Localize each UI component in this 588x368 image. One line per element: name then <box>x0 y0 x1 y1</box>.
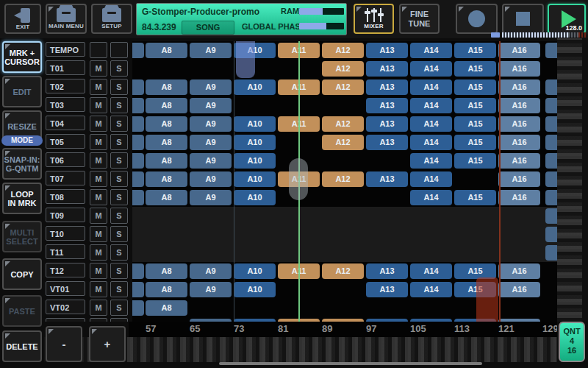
pattern-cell-partial[interactable] <box>545 135 557 150</box>
cursor-touch-overlay[interactable] <box>289 158 308 200</box>
pattern-cell-partial[interactable] <box>545 190 557 205</box>
solo-button[interactable]: S <box>110 60 128 77</box>
zoom-in-button[interactable]: + <box>89 326 126 362</box>
solo-button[interactable]: S <box>110 281 128 297</box>
pattern-cell-a12[interactable]: A12 <box>322 171 364 187</box>
pattern-cell-a10[interactable]: A10 <box>234 153 276 169</box>
pattern-cell-partial[interactable] <box>545 153 557 169</box>
solo-button[interactable]: S <box>110 208 128 224</box>
track-label-t02[interactable]: T02 <box>46 79 85 93</box>
track-label-t07[interactable]: T07 <box>46 171 85 185</box>
fine-tune-button[interactable]: FINE TUNE <box>399 4 440 34</box>
pattern-cell-a10[interactable]: A10 <box>234 135 276 150</box>
sidebar-button-loop-in-mrk[interactable]: LOOPIN MRK <box>2 183 42 214</box>
pattern-cell-a14[interactable]: A14 <box>410 79 452 95</box>
solo-button[interactable] <box>110 42 128 58</box>
pattern-cell-a15[interactable]: A15 <box>454 98 496 113</box>
pattern-cell-a12[interactable]: A12 <box>322 135 364 150</box>
pattern-cell-a16[interactable]: A16 <box>498 135 540 150</box>
pattern-cell-a10[interactable]: A10 <box>234 263 276 279</box>
pattern-cell-partial[interactable] <box>132 98 144 113</box>
pattern-cell-a8[interactable]: A8 <box>146 79 187 95</box>
pattern-cell-a14[interactable]: A14 <box>410 43 452 58</box>
pattern-cell-a16[interactable]: A16 <box>498 282 540 297</box>
pattern-cell-partial[interactable] <box>132 282 144 297</box>
pattern-cell-partial[interactable] <box>132 43 144 58</box>
sidebar-button-multi-select[interactable]: MULTISELECT <box>2 221 42 252</box>
pattern-cell-a14[interactable]: A14 <box>410 61 452 77</box>
play-button[interactable]: 128.0 <box>548 4 586 34</box>
track-label-t08[interactable]: T08 <box>46 189 85 204</box>
pattern-cell-partial[interactable] <box>132 79 144 95</box>
sidebar-button-mrk-cursor[interactable]: MRK +CURSOR <box>2 41 42 73</box>
start-marker-overlay[interactable] <box>236 41 255 78</box>
pattern-cell-a15[interactable]: A15 <box>454 79 496 95</box>
pattern-cell-a8[interactable]: A8 <box>146 171 187 187</box>
solo-button[interactable]: S <box>110 226 128 242</box>
pattern-cell-a16[interactable]: A16 <box>498 263 540 279</box>
pattern-cell-a8[interactable]: A8 <box>146 98 187 113</box>
stop-button[interactable] <box>502 4 544 34</box>
track-label-t03[interactable]: T03 <box>46 97 85 112</box>
mute-button[interactable]: M <box>90 300 107 316</box>
mute-button[interactable]: M <box>90 281 107 297</box>
pattern-cell-partial[interactable] <box>545 116 557 132</box>
mute-button[interactable]: M <box>90 60 107 77</box>
pattern-cell-a12[interactable]: A12 <box>322 116 364 132</box>
pattern-cell-a15[interactable]: A15 <box>454 43 496 58</box>
track-label-vt01[interactable]: VT01 <box>46 281 85 296</box>
solo-button[interactable]: S <box>110 152 128 169</box>
pattern-cell-a12[interactable]: A12 <box>322 79 364 95</box>
solo-button[interactable]: S <box>110 116 128 132</box>
main-menu-button[interactable]: MAIN MENU <box>46 4 87 34</box>
solo-button[interactable]: S <box>110 318 128 322</box>
mute-button[interactable]: M <box>90 152 107 169</box>
pattern-cell-a14[interactable]: A14 <box>410 116 452 132</box>
pattern-cell-a15[interactable]: A15 <box>454 61 496 77</box>
pattern-cell-partial[interactable] <box>545 245 557 261</box>
mute-button[interactable]: M <box>90 171 107 187</box>
pattern-cell-a16[interactable]: A16 <box>498 43 540 58</box>
track-label-t06[interactable]: T06 <box>46 152 85 167</box>
pattern-cell-a15[interactable]: A15 <box>454 116 496 132</box>
pattern-cell-a9[interactable]: A9 <box>190 153 232 169</box>
pattern-cell-a14[interactable]: A14 <box>410 282 452 297</box>
mute-button[interactable]: M <box>90 189 107 205</box>
track-label-vt02[interactable]: VT02 <box>46 300 85 314</box>
pattern-cell-a15[interactable]: A15 <box>454 135 496 150</box>
pattern-cell-a14[interactable]: A14 <box>410 171 452 187</box>
track-label-vt03[interactable]: VT03 <box>46 318 85 322</box>
pattern-cell-partial[interactable] <box>132 190 144 205</box>
pattern-cell-a9[interactable]: A9 <box>190 135 232 150</box>
pattern-cell-a8[interactable]: A8 <box>146 43 187 58</box>
mute-button[interactable]: M <box>90 134 107 150</box>
track-label-t04[interactable]: T04 <box>46 116 85 130</box>
pattern-cell-a9[interactable]: A9 <box>190 282 232 297</box>
pattern-cell-a8[interactable]: A8 <box>146 282 187 297</box>
track-label-t11[interactable]: T11 <box>46 244 85 259</box>
pattern-cell-a13[interactable]: A13 <box>366 263 408 279</box>
pattern-cell-a9[interactable]: A9 <box>190 171 232 187</box>
sidebar-button-copy[interactable]: COPY <box>2 258 42 290</box>
mute-button[interactable]: M <box>90 263 107 279</box>
mute-button[interactable]: M <box>90 226 107 242</box>
setup-button[interactable]: SETUP <box>91 4 132 34</box>
pattern-cell-partial[interactable] <box>545 171 557 187</box>
pattern-cell-a9[interactable]: A9 <box>190 263 232 279</box>
exit-button[interactable]: EXIT <box>4 4 41 34</box>
track-label-t10[interactable]: T10 <box>46 226 85 241</box>
mute-button[interactable]: M <box>90 97 107 113</box>
sidebar-button-paste[interactable]: PASTE <box>2 295 42 327</box>
pattern-cell-a14[interactable]: A14 <box>410 98 452 113</box>
pattern-cell-a9[interactable]: A9 <box>190 190 232 205</box>
pattern-cell-a9[interactable]: A9 <box>190 98 232 113</box>
pattern-cell-a13[interactable]: A13 <box>366 116 408 132</box>
solo-button[interactable]: S <box>110 300 128 316</box>
pattern-cell-a9[interactable]: A9 <box>190 79 232 95</box>
pattern-cell-partial[interactable] <box>545 79 557 95</box>
mixer-button[interactable]: MIXER <box>354 4 394 34</box>
mute-button[interactable]: M <box>90 244 107 261</box>
solo-button[interactable]: S <box>110 79 128 95</box>
pattern-cell-a16[interactable]: A16 <box>498 171 540 187</box>
pattern-cell-partial[interactable] <box>132 263 144 279</box>
